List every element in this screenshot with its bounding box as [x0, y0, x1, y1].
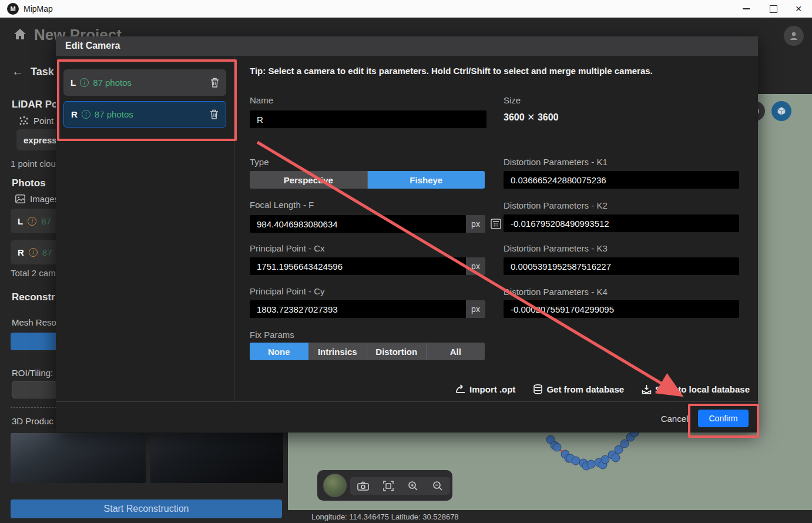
principal-cy-input[interactable]: [250, 300, 466, 318]
camera-count: 87: [42, 247, 52, 257]
size-value: 3600 ✕ 3600: [504, 112, 558, 123]
k3-label: Distortion Parameters - K3: [504, 243, 608, 253]
point-cloud-icon: [19, 116, 29, 126]
camera-photos-count: 87 photos: [95, 109, 133, 119]
name-label: Name: [250, 95, 273, 105]
camera-icon[interactable]: [357, 481, 369, 491]
home-icon[interactable]: [13, 27, 27, 41]
cy-unit: px: [466, 300, 485, 318]
roi-tiling-label: ROI/Tiling:: [12, 368, 53, 378]
total-cameras-label: Total 2 came: [11, 268, 61, 278]
get-from-database-label: Get from database: [546, 384, 624, 394]
fix-option-all[interactable]: All: [427, 343, 485, 360]
start-reconstruction-label: Start Reconstruction: [104, 504, 189, 514]
get-from-database-button[interactable]: Get from database: [533, 384, 624, 394]
focal-length-label: Focal Length - F: [250, 200, 314, 210]
focal-length-input[interactable]: [250, 215, 466, 233]
user-avatar[interactable]: [784, 26, 804, 46]
window-close-button[interactable]: [785, 0, 812, 18]
k2-label: Distortion Parameters - K2: [504, 200, 608, 210]
sidebar-lidar-heading: LiDAR Poi: [12, 99, 61, 110]
fix-option-none[interactable]: None: [250, 343, 308, 360]
save-to-local-database-button[interactable]: Save to local database: [642, 384, 750, 394]
sidebar-photos-heading: Photos: [12, 177, 46, 189]
import-opt-label: Import .opt: [469, 384, 515, 394]
point-cloud-count: 1 point clou: [11, 159, 56, 169]
type-label: Type: [250, 157, 269, 167]
window-maximize-button[interactable]: [760, 0, 787, 18]
name-input[interactable]: [250, 110, 486, 128]
sidebar-reconstruction-heading: Reconstr: [12, 291, 55, 303]
images-icon: [15, 195, 25, 203]
size-label: Size: [504, 95, 521, 105]
camera-list-item-R-selected[interactable]: R i 87 photos: [63, 101, 226, 128]
k1-label: Distortion Parameters - K1: [504, 157, 608, 167]
zoom-out-icon[interactable]: [432, 481, 443, 491]
info-icon: i: [29, 248, 38, 257]
basemap-switch-thumbnail[interactable]: [323, 474, 347, 497]
camera-photos-count: 87 photos: [93, 78, 132, 88]
map-3d-mode-button[interactable]: [771, 101, 791, 121]
user-icon: [788, 31, 799, 41]
info-icon: i: [82, 110, 90, 119]
calculator-icon[interactable]: [491, 219, 501, 229]
focal-unit: px: [466, 215, 485, 233]
camera-track-markers: [541, 423, 682, 488]
back-arrow-icon[interactable]: ←: [12, 65, 24, 78]
k3-input[interactable]: [504, 257, 739, 275]
fix-params-label: Fix Params: [250, 330, 294, 340]
type-option-fisheye[interactable]: Fisheye: [368, 171, 485, 189]
principal-cx-label: Principal Point - Cx: [250, 243, 325, 253]
edit-camera-dialog: Edit Camera L i 87 photos R i 87 photos …: [56, 36, 758, 433]
camera-count: 87: [41, 216, 51, 226]
save-to-local-database-label: Save to local database: [655, 384, 750, 394]
product-thumbnail-mesh[interactable]: [11, 433, 146, 483]
cancel-button[interactable]: Cancel: [654, 410, 695, 427]
camera-list-item-L[interactable]: L i 87 photos: [63, 69, 226, 96]
camera-name: L: [71, 78, 76, 88]
application-window: Longitude: 114.346475 Latitude: 30.52867…: [0, 0, 812, 523]
footer-divider: [56, 401, 758, 402]
k4-input[interactable]: [504, 300, 739, 318]
fit-view-icon[interactable]: [383, 481, 394, 491]
product-thumbnail-pointcloud[interactable]: [150, 433, 283, 483]
principal-cx-input[interactable]: [250, 257, 466, 275]
confirm-button[interactable]: Confirm: [698, 410, 749, 427]
os-titlebar: M MipMap: [0, 0, 812, 18]
camera-name: R: [18, 247, 24, 257]
mesh-resolution-label: Mesh Reso: [12, 317, 56, 327]
map-statusbar: Longitude: 114.346475 Latitude: 30.52867…: [288, 510, 812, 523]
type-option-perspective[interactable]: Perspective: [250, 171, 368, 189]
fix-option-intrinsics[interactable]: Intrinsics: [308, 343, 368, 360]
principal-cy-label: Principal Point - Cy: [250, 286, 325, 296]
sidebar-back-label[interactable]: Task: [31, 66, 54, 78]
panel-divider: [234, 56, 234, 401]
trash-icon[interactable]: [210, 78, 219, 88]
import-opt-button[interactable]: Import .opt: [455, 384, 515, 394]
database-action-row: Import .opt Get from database Save to lo…: [250, 380, 750, 398]
k2-input[interactable]: [504, 214, 739, 232]
camera-name: R: [71, 109, 78, 119]
info-icon: i: [80, 78, 89, 87]
sidebar-images-item[interactable]: Images: [15, 194, 59, 204]
cx-unit: px: [466, 257, 485, 275]
type-segmented-control: Perspective Fisheye: [250, 171, 485, 189]
k4-label: Distortion Parameters - K4: [504, 287, 608, 297]
save-icon: [642, 384, 652, 394]
fix-option-distortion[interactable]: Distortion: [367, 343, 427, 360]
app-logo-icon: M: [7, 3, 19, 15]
window-minimize-button[interactable]: [733, 0, 760, 18]
k1-input[interactable]: [504, 171, 739, 189]
dialog-tip: Tip: Select a camera to edit its paramet…: [250, 66, 749, 76]
dialog-header: Edit Camera: [56, 36, 758, 56]
coordinates-readout: Longitude: 114.346475 Latitude: 30.52867…: [311, 512, 459, 521]
3d-cube-icon: [777, 106, 786, 116]
images-label: Images: [30, 194, 59, 204]
zoom-in-icon[interactable]: [408, 481, 418, 491]
map-toolbar-buttons: [350, 477, 450, 495]
database-icon: [533, 384, 543, 394]
fix-params-segmented-control: None Intrinsics Distortion All: [250, 343, 485, 360]
trash-icon[interactable]: [210, 109, 219, 119]
start-reconstruction-button[interactable]: Start Reconstruction: [11, 499, 282, 518]
import-icon: [455, 384, 466, 394]
